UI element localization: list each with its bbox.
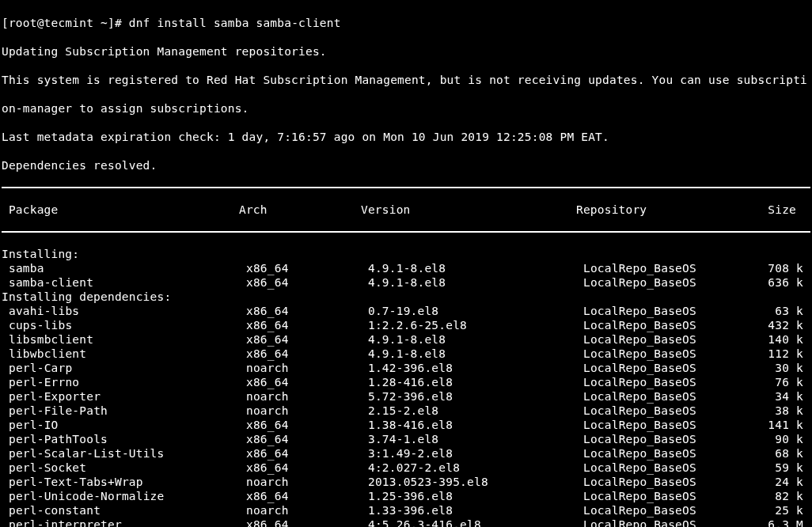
cell-package: perl-Carp [2, 361, 246, 375]
cell-arch: x86_64 [246, 332, 368, 347]
table-row: perl-constantnoarch1.33-396.el8LocalRepo… [2, 503, 810, 518]
cell-arch: noarch [246, 361, 368, 375]
cell-repo: LocalRepo_BaseOS [583, 375, 742, 389]
cell-size: 68 k [742, 446, 803, 461]
cell-package: perl-PathTools [2, 432, 246, 446]
table-row: samba-clientx86_644.9.1-8.el8LocalRepo_B… [2, 275, 810, 290]
cell-package: perl-Socket [2, 461, 246, 475]
cell-arch: x86_64 [246, 261, 368, 275]
cell-package: avahi-libs [2, 304, 246, 318]
cell-arch: noarch [246, 475, 368, 489]
table-row: perl-PathToolsx86_643.74-1.el8LocalRepo_… [2, 432, 810, 446]
package-list: Installing:sambax86_644.9.1-8.el8LocalRe… [2, 247, 810, 527]
table-header: Package Arch Version Repository Size [2, 203, 810, 217]
cell-version: 3:1.49-2.el8 [368, 446, 583, 461]
cell-size: 76 k [742, 375, 803, 389]
cell-arch: x86_64 [246, 432, 368, 446]
col-size: Size [734, 203, 796, 217]
cell-arch: x86_64 [246, 446, 368, 461]
cell-package: perl-interpreter [2, 518, 246, 527]
cell-package: cups-libs [2, 318, 246, 332]
output-line: Dependencies resolved. [2, 158, 810, 173]
cell-package: samba-client [2, 275, 246, 290]
table-row: perl-Scalar-List-Utilsx86_643:1.49-2.el8… [2, 446, 810, 461]
cell-version: 1.38-416.el8 [368, 418, 583, 432]
cell-arch: noarch [246, 404, 368, 418]
table-row: perl-Exporternoarch5.72-396.el8LocalRepo… [2, 389, 810, 404]
output-line: Last metadata expiration check: 1 day, 7… [2, 130, 810, 144]
cell-package: perl-IO [2, 418, 246, 432]
section-title: Installing: [2, 247, 810, 261]
cell-version: 1:2.2.6-25.el8 [368, 318, 583, 332]
table-row: perl-Unicode-Normalizex86_641.25-396.el8… [2, 489, 810, 503]
cell-size: 432 k [742, 318, 803, 332]
cell-repo: LocalRepo_BaseOS [583, 304, 742, 318]
cell-repo: LocalRepo_BaseOS [583, 461, 742, 475]
cell-version: 0.7-19.el8 [368, 304, 583, 318]
cell-size: 24 k [742, 475, 803, 489]
col-arch: Arch [239, 203, 361, 217]
cell-repo: LocalRepo_BaseOS [583, 404, 742, 418]
cell-arch: x86_64 [246, 489, 368, 503]
cell-package: perl-Exporter [2, 389, 246, 404]
cell-version: 4:2.027-2.el8 [368, 461, 583, 475]
cell-package: libwbclient [2, 347, 246, 361]
cell-size: 90 k [742, 432, 803, 446]
section-title: Installing dependencies: [2, 290, 810, 304]
cell-repo: LocalRepo_BaseOS [583, 518, 742, 527]
cell-repo: LocalRepo_BaseOS [583, 503, 742, 518]
cell-arch: x86_64 [246, 304, 368, 318]
cell-size: 6.3 M [742, 518, 803, 527]
col-package: Package [2, 203, 239, 217]
cell-version: 5.72-396.el8 [368, 389, 583, 404]
table-row: avahi-libsx86_640.7-19.el8LocalRepo_Base… [2, 304, 810, 318]
cell-size: 38 k [742, 404, 803, 418]
cell-package: perl-File-Path [2, 404, 246, 418]
cell-version: 2.15-2.el8 [368, 404, 583, 418]
cell-repo: LocalRepo_BaseOS [583, 332, 742, 347]
table-row: perl-IOx86_641.38-416.el8LocalRepo_BaseO… [2, 418, 810, 432]
cell-arch: x86_64 [246, 461, 368, 475]
shell-prompt: [root@tecmint ~]# [2, 17, 129, 29]
cell-size: 112 k [742, 347, 803, 361]
cell-arch: x86_64 [246, 375, 368, 389]
cell-size: 141 k [742, 418, 803, 432]
cell-version: 1.28-416.el8 [368, 375, 583, 389]
table-row: perl-Errnox86_641.28-416.el8LocalRepo_Ba… [2, 375, 810, 389]
terminal[interactable]: [root@tecmint ~]# dnf install samba samb… [0, 0, 812, 527]
cell-repo: LocalRepo_BaseOS [583, 389, 742, 404]
cell-package: perl-constant [2, 503, 246, 518]
cell-version: 4.9.1-8.el8 [368, 347, 583, 361]
prompt-line: [root@tecmint ~]# dnf install samba samb… [2, 16, 810, 30]
cell-size: 59 k [742, 461, 803, 475]
cell-arch: x86_64 [246, 318, 368, 332]
cell-repo: LocalRepo_BaseOS [583, 446, 742, 461]
cell-repo: LocalRepo_BaseOS [583, 275, 742, 290]
table-row: perl-Carpnoarch1.42-396.el8LocalRepo_Bas… [2, 361, 810, 375]
entered-command: dnf install samba samba-client [129, 17, 341, 29]
cell-arch: x86_64 [246, 275, 368, 290]
cell-package: samba [2, 261, 246, 275]
col-version: Version [361, 203, 576, 217]
table-row: cups-libsx86_641:2.2.6-25.el8LocalRepo_B… [2, 318, 810, 332]
col-repository: Repository [576, 203, 734, 217]
cell-size: 140 k [742, 332, 803, 347]
divider [2, 187, 810, 188]
cell-size: 82 k [742, 489, 803, 503]
cell-size: 30 k [742, 361, 803, 375]
cell-version: 4.9.1-8.el8 [368, 261, 583, 275]
cell-repo: LocalRepo_BaseOS [583, 418, 742, 432]
cell-size: 25 k [742, 503, 803, 518]
cell-repo: LocalRepo_BaseOS [583, 318, 742, 332]
cell-repo: LocalRepo_BaseOS [583, 361, 742, 375]
cell-repo: LocalRepo_BaseOS [583, 347, 742, 361]
table-row: perl-Socketx86_644:2.027-2.el8LocalRepo_… [2, 461, 810, 475]
cell-size: 708 k [742, 261, 803, 275]
output-line: on-manager to assign subscriptions. [2, 101, 810, 116]
output-line: Updating Subscription Management reposit… [2, 44, 810, 59]
cell-size: 34 k [742, 389, 803, 404]
cell-arch: x86_64 [246, 518, 368, 527]
cell-version: 3.74-1.el8 [368, 432, 583, 446]
cell-version: 4:5.26.3-416.el8 [368, 518, 583, 527]
cell-arch: noarch [246, 389, 368, 404]
